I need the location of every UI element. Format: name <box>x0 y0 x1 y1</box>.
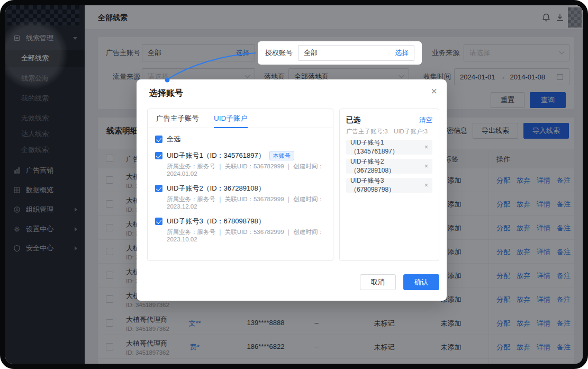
account-meta: 所属业务：服务号 ｜ 关联UID：536782999 ｜ 创建时间：2023.1… <box>167 195 325 210</box>
select-all-row[interactable]: 全选 <box>155 134 325 144</box>
account-meta: 所属业务：服务号 ｜ 关联UID：536782999 ｜ 创建时间：2023.1… <box>167 228 325 242</box>
remove-icon[interactable]: × <box>424 143 428 151</box>
authorized-account-input[interactable]: 全部 选择 <box>298 45 414 61</box>
remove-icon[interactable]: × <box>424 163 428 170</box>
selected-title: 已选 <box>346 115 360 125</box>
checkbox-checked-icon[interactable] <box>155 152 162 159</box>
authorized-account-label: 授权账号 <box>265 48 293 58</box>
selected-chip: UID子账号3（678098798）× <box>346 178 432 193</box>
cancel-button[interactable]: 取消 <box>360 274 396 290</box>
account-title: UID子账号3（ID：678098798） <box>167 217 265 226</box>
select-account-modal: 选择账号 × 广告主子账号 UID子账户 全选 UID子账号1（ID：34576… <box>137 79 447 301</box>
window-frame: 线索管理全部线索线索公海我的线索无效线索达人线索企微线索广告营销数据概览组织管理… <box>0 0 588 369</box>
authorized-account-spotlight: 授权账号 全部 选择 <box>258 41 422 65</box>
account-list-panel: 广告主子账号 UID子账户 全选 UID子账号1（ID：345761897）本账… <box>147 109 333 261</box>
checkbox-checked-icon[interactable] <box>155 136 162 143</box>
select-all-label: 全选 <box>167 134 180 144</box>
account-tabs: 广告主子账号 UID子账户 <box>148 109 333 128</box>
selected-chip: UID子账号1（1345761897）× <box>346 140 432 155</box>
account-title: UID子账号2（ID：367289108） <box>167 184 265 193</box>
checkbox-checked-icon[interactable] <box>155 185 162 192</box>
modal-title: 选择账号 <box>149 88 183 99</box>
tab-uid-sub-account[interactable]: UID子账户 <box>214 109 248 128</box>
tab-advertiser-sub-account[interactable]: 广告主子账号 <box>156 109 199 128</box>
account-title: UID子账号1（ID：345761897） <box>167 151 265 160</box>
confirm-button[interactable]: 确认 <box>403 274 439 290</box>
chip-label: UID子账号3（678098798） <box>350 176 424 194</box>
authorized-account-value: 全部 <box>304 48 318 58</box>
checkbox-checked-icon[interactable] <box>155 218 162 225</box>
account-item[interactable]: UID子账号3（ID：678098798）所属业务：服务号 ｜ 关联UID：53… <box>155 217 325 242</box>
current-account-badge: 本账号 <box>269 151 294 160</box>
clear-all-link[interactable]: 清空 <box>419 116 432 125</box>
remove-icon[interactable]: × <box>424 182 428 189</box>
app: 线索管理全部线索线索公海我的线索无效线索达人线索企微线索广告营销数据概览组织管理… <box>5 5 583 364</box>
account-item[interactable]: UID子账号2（ID：367289108）所属业务：服务号 ｜ 关联UID：53… <box>155 184 325 210</box>
chip-label: UID子账号2（367289108） <box>350 157 424 175</box>
chip-label: UID子账号1（1345761897） <box>350 138 424 156</box>
account-item[interactable]: UID子账号1（ID：345761897）本账号所属业务：服务号 ｜ 关联UID… <box>155 151 325 177</box>
selected-chip: UID子账号2（367289108）× <box>346 159 432 174</box>
authorized-select-link[interactable]: 选择 <box>395 48 409 58</box>
close-icon[interactable]: × <box>431 86 437 96</box>
selected-summary: 广告主子账号:3 UID子账户:3 <box>346 128 432 136</box>
selected-panel: 已选 清空 广告主子账号:3 UID子账户:3 UID子账号1（13457618… <box>339 109 439 261</box>
account-meta: 所属业务：服务号 ｜ 关联UID：536782999 ｜ 创建时间：2024.0… <box>167 163 325 177</box>
